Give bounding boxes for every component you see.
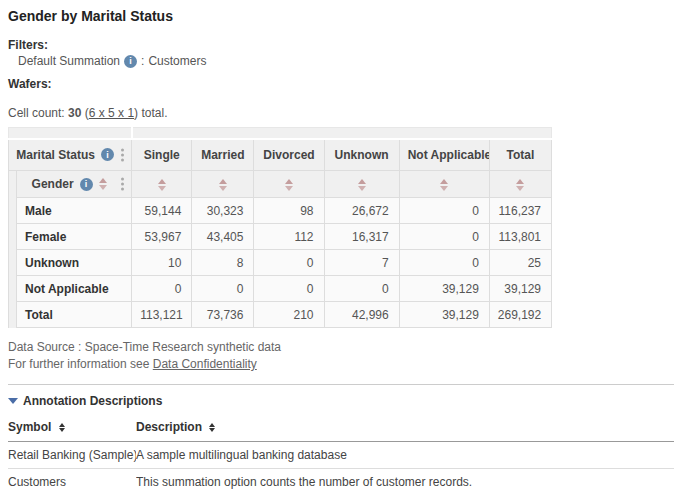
column-header[interactable]: Total [489,139,551,171]
info-icon[interactable] [101,148,114,161]
sort-down-arrow [440,186,448,191]
info-icon[interactable] [80,178,93,191]
data-confidentiality-link[interactable]: Data Confidentiality [153,357,257,371]
sort-up-arrow [440,179,448,184]
filter-name: Default Summation [18,54,120,68]
data-cell: 73,736 [192,302,254,328]
row-indent-spacer [9,171,17,198]
page-title: Gender by Marital Status [8,8,674,24]
data-source-note: Data Source : Space-Time Research synthe… [8,339,674,356]
annotation-symbol-header[interactable]: Symbol [8,418,136,442]
annotation-description-header[interactable]: Description [136,418,674,442]
pivot-header-row: Marital Status SingleMarriedDivorcedUnkn… [9,139,552,171]
annotation-description: This summation option counts the number … [136,469,674,493]
row-label: Female [17,224,132,250]
data-cell: 39,129 [489,276,551,302]
symbol-header-label: Symbol [8,420,51,434]
sort-icon[interactable] [209,423,215,432]
data-cell: 116,237 [489,198,551,224]
data-cell: 25 [489,250,551,276]
sort-icon[interactable] [59,423,65,432]
info-icon[interactable] [124,55,137,68]
sort-icon [440,179,448,191]
data-cell: 43,405 [192,224,254,250]
data-cell: 210 [254,302,324,328]
annotation-symbol: Retail Banking (Sample) [8,442,136,469]
data-cell: 98 [254,198,324,224]
column-header[interactable]: Not Applicable [399,139,489,171]
kebab-menu-icon[interactable] [119,177,126,192]
table-row: Total113,12173,73621042,99639,129269,192 [9,302,552,328]
annotation-section-header[interactable]: Annotation Descriptions [8,394,674,408]
col-dimension-header[interactable]: Gender [17,171,132,198]
sort-down-arrow [516,186,524,191]
annotation-description: A sample multilingual banking database [136,442,674,469]
column-header[interactable]: Married [192,139,254,171]
data-cell: 0 [324,276,399,302]
table-row: Male59,14430,3239826,6720116,237 [9,198,552,224]
annotation-row: Retail Banking (Sample)A sample multilin… [8,442,674,469]
row-label: Unknown [17,250,132,276]
sort-down-arrow [358,186,366,191]
data-cell: 0 [254,250,324,276]
row-indent-spacer [9,224,17,250]
sort-icon[interactable] [99,178,107,190]
pivot-table: Marital Status SingleMarriedDivorcedUnkn… [8,127,552,328]
sort-toggle-cell[interactable] [399,171,489,198]
sort-toggle-cell[interactable] [324,171,399,198]
sort-down-arrow [219,186,227,191]
annotation-body: Retail Banking (Sample)A sample multilin… [8,442,674,493]
data-cell: 26,672 [324,198,399,224]
data-cell: 39,129 [399,302,489,328]
data-cell: 30,323 [192,198,254,224]
strip-left-cell [9,128,132,139]
table-row: Not Applicable000039,12939,129 [9,276,552,302]
data-cell: 0 [132,276,192,302]
pivot-top-strip [9,128,552,139]
sort-toggle-cell[interactable] [192,171,254,198]
pivot-sort-row: Gender [9,171,552,198]
sort-icon [516,179,524,191]
column-header[interactable]: Single [132,139,192,171]
sort-down-arrow [285,186,293,191]
table-row: Female53,96743,40511216,3170113,801 [9,224,552,250]
sort-toggle-cell[interactable] [254,171,324,198]
sort-up-arrow [285,179,293,184]
row-indent-spacer [9,276,17,302]
row-label: Total [17,302,132,328]
strip-right-cell [132,128,552,139]
data-cell: 0 [399,250,489,276]
sort-up-arrow [219,179,227,184]
filter-value: Customers [148,54,206,68]
further-info-line: For further information see Data Confide… [8,356,674,373]
data-cell: 16,317 [324,224,399,250]
data-cell: 0 [254,276,324,302]
annotation-row: CustomersThis summation option counts th… [8,469,674,493]
data-cell: 0 [192,276,254,302]
data-cell: 59,144 [132,198,192,224]
annotation-header-row: Symbol Description [8,418,674,442]
row-indent-spacer [9,302,17,328]
row-dimension-header[interactable]: Marital Status [9,139,132,171]
row-indent-spacer [9,250,17,276]
data-cell: 42,996 [324,302,399,328]
cell-count-close: ) [134,106,138,120]
sort-icon [158,179,166,191]
sort-icon [285,179,293,191]
data-cell: 113,121 [132,302,192,328]
kebab-menu-icon[interactable] [119,147,126,162]
sort-toggle-cell[interactable] [489,171,551,198]
sort-toggle-cell[interactable] [132,171,192,198]
column-header[interactable]: Unknown [324,139,399,171]
cell-count-suffix: total. [141,106,167,120]
report-page: Gender by Marital Status Filters: Defaul… [0,0,682,493]
cell-count-line: Cell count: 30 (6 x 5 x 1) total. [8,106,674,120]
data-cell: 0 [399,198,489,224]
data-cell: 53,967 [132,224,192,250]
sort-icon [358,179,366,191]
col-dimension-label: Gender [32,177,74,191]
collapse-triangle-icon[interactable] [8,398,18,404]
column-header[interactable]: Divorced [254,139,324,171]
sort-up-arrow [158,179,166,184]
cell-count-link[interactable]: 6 x 5 x 1 [89,106,134,120]
